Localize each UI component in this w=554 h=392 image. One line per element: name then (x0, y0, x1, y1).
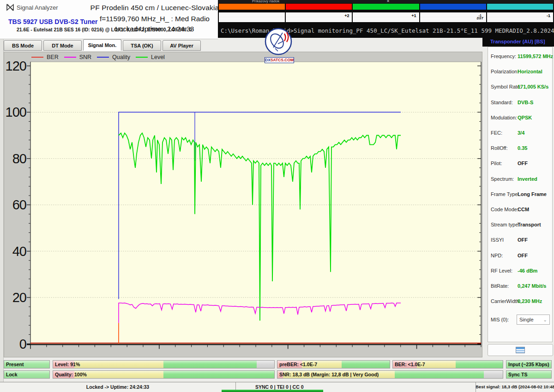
row-label: Code Mode: (491, 207, 518, 212)
row-label: FEC: (491, 130, 502, 136)
row-label: CarrierWidth: (491, 298, 521, 304)
transponder-row-spectrum-: Spectrum:Inverted (488, 176, 552, 184)
row-value: Inverted (518, 176, 537, 182)
row-value: OFF (518, 237, 528, 243)
indicator-bar-syncts: Sync TS (506, 370, 552, 379)
transponder-row-stream-type-: Stream type:Transport (488, 222, 552, 229)
clock-moscow: +1 (353, 4, 419, 23)
transponder-row-polarization-: Polarization:Horizontal (488, 69, 552, 76)
transponder-row-pilot-: Pilot:OFF (488, 160, 552, 168)
row-value: Transport (518, 222, 541, 227)
indicator-label: BER: <1.0E-7 (395, 362, 425, 367)
indicator-label: Level: 91% (55, 362, 80, 367)
status-locked-uptime: Locked -> Uptime: 24:24:33 (0, 384, 235, 390)
indicator-bar-input: Input (~235 Kbps) (506, 360, 552, 368)
legend-color-dash (97, 57, 109, 58)
utc-offset: +2 (344, 13, 349, 18)
status-best-signal: Best signal: 18,3 dB (2024-08-02 10:48) (476, 384, 554, 389)
tab-dt-mode[interactable]: DT Mode (43, 40, 82, 51)
row-value: Horizontal (518, 69, 542, 74)
tuner-name: TBS 5927 USB DVB-S2 Tuner (8, 18, 97, 25)
tab-bs-mode[interactable]: BS Mode (4, 40, 42, 51)
dxsatcs-label: DXSATCS.COM (265, 57, 294, 63)
indicator-label: Lock (6, 372, 18, 377)
transponder-row-rf-level-: RF Level:-46 dBm (488, 268, 552, 275)
signal-analyzer-screen: 020406080100120 BERSNRQualityLevel Signa… (0, 0, 554, 392)
row-value: 0,230 MHz (518, 298, 542, 304)
transponder-panel: Single ⌄ Frequency:11599,572 MHzPolariza… (488, 47, 553, 342)
row-value: Long Frame (518, 191, 547, 197)
status-sync-counters: SYNC 0 | TEI 0 | CC 0 (255, 384, 304, 390)
transponder-row-fec-: FEC:3/4 (488, 130, 552, 137)
row-label: NPD: (491, 253, 503, 258)
satellite-dish-icon (264, 27, 295, 57)
clock-rabat-casablanca: -1 (487, 4, 553, 23)
indicator-label: Sync TS (508, 372, 527, 377)
clock-london-eng: -1DST (420, 4, 486, 23)
panel-toggle-button[interactable] (488, 344, 553, 356)
antenna-location: PF Prodelin 450 cm / Lucenec-Slovakia (85, 4, 224, 12)
status-separator (476, 382, 476, 392)
indicator-label: preBER: <1.0E-7 (279, 362, 317, 367)
tab-tsa-ok-[interactable]: TSA (OK) (123, 40, 161, 51)
transponder-row-standard-: Standard:DVB-S (488, 100, 552, 107)
signal-analyzer-icon (6, 3, 14, 12)
indicator-bar-preber: preBER: <1.0E-7 (277, 360, 390, 368)
legend-color-dash (136, 57, 148, 58)
indicator-bar-quality: Quality: 100% (53, 370, 275, 379)
row-value: 171,005 KS/s (518, 84, 548, 89)
clock-city-label (420, 4, 486, 10)
indicator-bar-level: Level: 91% (53, 360, 275, 368)
transponder-row-bitrate-: BitRate:0,247 Mbit/s (488, 283, 552, 291)
row-value: 0.35 (518, 145, 527, 151)
world-clocks: +2+1-1DST-1 (219, 4, 553, 23)
frequency-service: f=11599,760 MHz_H_ : Med Radio (85, 15, 224, 23)
taskbar-peek[interactable] (222, 390, 323, 392)
clock-city-label (286, 4, 352, 10)
clock-time-row: +1 (353, 12, 419, 22)
command-prompt-title: Príkazový riadok (252, 0, 279, 3)
utc-offset: +1 (411, 13, 416, 18)
legend-item-quality: Quality (97, 54, 130, 60)
tab-signal-mon-[interactable]: Signal Mon. (83, 39, 121, 51)
legend-item-level: Level (136, 54, 165, 60)
clock-time-row (219, 12, 285, 22)
clock-time-row: +2 (286, 12, 352, 22)
indicator-label: Input (~235 Kbps) (508, 362, 549, 367)
transponder-row-mis: MIS (0): (488, 317, 552, 324)
legend-item-ber: BER (31, 54, 59, 60)
transponder-row-carrierwidth-: CarrierWidth:0,230 MHz (488, 298, 552, 306)
transponder-row-code-mode-: Code Mode:CCM (488, 207, 552, 214)
row-value: 0,247 Mbit/s (518, 283, 546, 289)
window-title: Signal Analyzer (17, 4, 58, 11)
transponder-row-symbol-rate-: Symbol Rate:171,005 KS/s (488, 84, 552, 91)
close-icon[interactable]: ✕ (386, 0, 392, 3)
row-label: RF Level: (491, 268, 512, 273)
command-prompt-titlebar[interactable]: Príkazový riadok ✕ (218, 0, 554, 3)
transponder-row-frequency-: Frequency:11599,572 MHz (488, 53, 552, 61)
row-label: BitRate: (491, 283, 509, 289)
row-label: Polarization: (491, 69, 519, 74)
row-label: ISSYI (491, 237, 504, 243)
chart-panel (4, 52, 482, 357)
utc-offset: -1 (547, 13, 550, 18)
transponder-title: Transponder (AU) [BS] (490, 39, 545, 44)
clock-time-row: -1DST (420, 12, 486, 22)
indicator-label: Present (6, 362, 24, 367)
legend-color-dash (31, 57, 43, 58)
tab-av-player[interactable]: AV Player (163, 40, 201, 51)
monitoring-header: PF Prodelin 450 cm / Lucenec-Slovakia f=… (85, 4, 224, 33)
row-label: Frequency: (491, 53, 516, 59)
transponder-row-npd-: NPD:OFF (488, 253, 552, 260)
clock-berlin-paris-vienna-roma (219, 4, 285, 23)
panel-icon (516, 347, 525, 353)
mode-tabs: BS ModeDT ModeSignal Mon.TSA (OK)AV Play… (4, 40, 201, 51)
transponder-row-modulation-: Modulation:QPSK (488, 115, 552, 122)
row-label: Standard: (491, 100, 513, 105)
row-label: Pilot: (491, 160, 502, 166)
row-value: OFF (518, 253, 528, 258)
transponder-row-rolloff-: RollOff:0.35 (488, 145, 552, 153)
row-value: CCM (518, 207, 529, 212)
row-label: Spectrum: (491, 176, 514, 182)
legend-item-snr: SNR (64, 54, 91, 60)
